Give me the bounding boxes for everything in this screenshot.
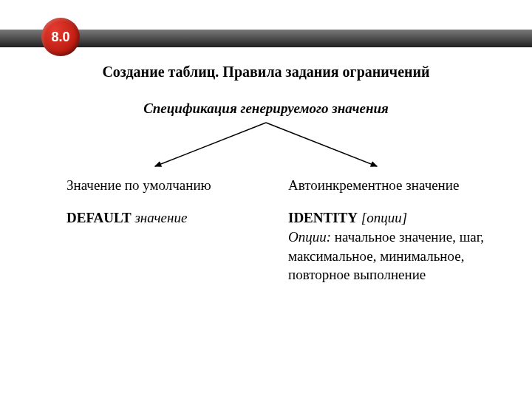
identity-param: [опции] bbox=[361, 210, 407, 225]
svg-line-0 bbox=[155, 123, 266, 166]
branch-arrows bbox=[111, 118, 421, 174]
default-syntax: DEFAULT значение bbox=[66, 210, 259, 226]
identity-heading: Автоинкрементное значение bbox=[288, 177, 488, 194]
column-default: Значение по умолчанию DEFAULT значение bbox=[66, 177, 259, 284]
svg-line-1 bbox=[266, 123, 377, 166]
default-keyword: DEFAULT bbox=[66, 210, 132, 225]
slide-title: Создание таблиц. Правила задания огранич… bbox=[0, 64, 532, 81]
version-badge: 8.0 bbox=[41, 18, 80, 56]
header-topic-label: SQL bbox=[95, 16, 118, 29]
identity-options: Опции: начальное значение, шаг, максимал… bbox=[288, 228, 488, 284]
content-columns: Значение по умолчанию DEFAULT значение А… bbox=[66, 177, 488, 284]
default-param: значение bbox=[134, 210, 187, 225]
slide-subtitle: Спецификация генерируемого значения bbox=[0, 100, 532, 117]
default-heading: Значение по умолчанию bbox=[66, 177, 259, 194]
identity-keyword: IDENTITY bbox=[288, 210, 358, 225]
identity-options-label: Опции: bbox=[288, 229, 331, 245]
column-identity: Автоинкрементное значение IDENTITY [опци… bbox=[288, 177, 488, 284]
header-gradient-bar bbox=[0, 30, 532, 47]
identity-syntax: IDENTITY [опции] bbox=[288, 210, 488, 226]
